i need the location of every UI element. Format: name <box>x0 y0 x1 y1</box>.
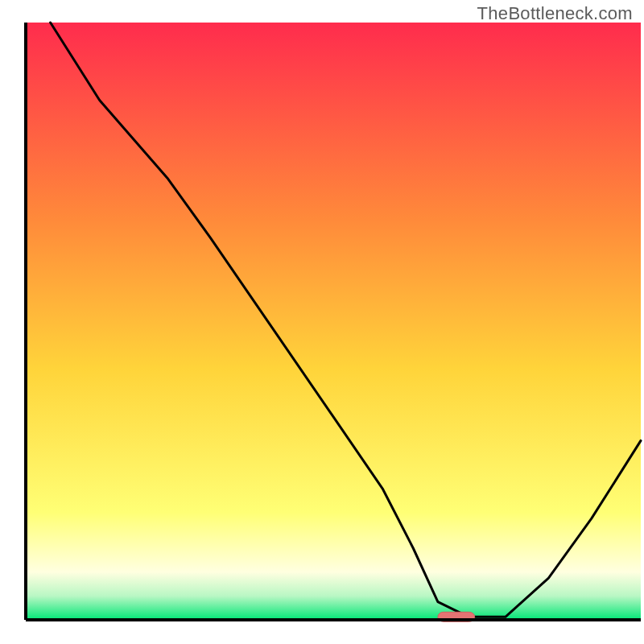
chart-container: TheBottleneck.com <box>0 0 644 644</box>
watermark-text: TheBottleneck.com <box>477 3 633 24</box>
plot-background <box>26 23 641 620</box>
bottleneck-chart <box>0 0 644 644</box>
